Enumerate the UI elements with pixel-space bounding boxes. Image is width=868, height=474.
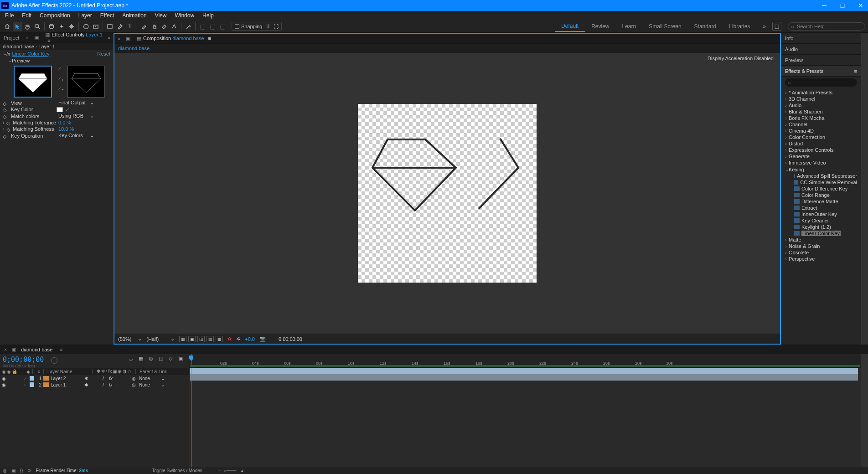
caret-right-icon[interactable]: ›	[24, 382, 28, 387]
parent-dropdown[interactable]: None⌄	[138, 382, 166, 387]
preview-panel-header[interactable]: Preview	[781, 55, 861, 66]
zoom-dropdown[interactable]: (50%)⌄	[118, 336, 142, 342]
fx-badge-icon[interactable]: fx	[6, 51, 10, 57]
graph-editor-icon[interactable]: ◫	[159, 356, 166, 363]
ep-category[interactable]: ›Distort	[783, 140, 859, 147]
menu-edit[interactable]: Edit	[18, 11, 36, 20]
caret-right-icon[interactable]: ›	[24, 376, 28, 381]
share-icon[interactable]: □	[772, 22, 781, 31]
selection-tool-icon[interactable]	[13, 22, 22, 31]
snapshot-icon[interactable]: 📷	[259, 336, 266, 342]
zoom-slider[interactable]: ○───	[224, 468, 236, 473]
stopwatch-icon[interactable]: ◇	[6, 127, 11, 131]
text-tool-icon[interactable]: T	[125, 22, 134, 31]
puppet-tool-icon[interactable]	[184, 22, 193, 31]
ep-category[interactable]: ›Generate	[783, 153, 859, 160]
maximize-button[interactable]: □	[838, 2, 847, 9]
timeline-layer-row[interactable]: ◉ › 2 Layer 1 ✱/fx ◎ None⌄	[0, 381, 189, 388]
ep-effect-item[interactable]: CC Simple Wire Removal	[783, 179, 859, 185]
prop-view-dropdown[interactable]: Final Output⌄	[57, 100, 96, 106]
layer-name[interactable]: Layer 1	[51, 382, 83, 387]
lock-col-icon[interactable]: 🔒	[12, 369, 17, 374]
timeline-layers-area[interactable]	[189, 368, 861, 467]
effect-name[interactable]: Linear Color Key	[12, 51, 50, 57]
panel-close-icon[interactable]: ×	[25, 35, 30, 41]
menu-layer[interactable]: Layer	[74, 11, 96, 20]
ep-category[interactable]: ›3D Channel	[783, 96, 859, 102]
motion-blur-icon[interactable]: ◍	[149, 356, 156, 363]
project-tab[interactable]: Project	[2, 34, 21, 41]
color-mgmt-icon[interactable]: ✿	[227, 336, 232, 342]
stopwatch-icon[interactable]: ◇	[3, 107, 7, 112]
draft3d-icon[interactable]: ◇	[169, 356, 176, 363]
layer-bar[interactable]	[190, 374, 858, 381]
panel-lock-icon[interactable]: ▣	[125, 36, 131, 41]
pen-tool-icon[interactable]	[115, 22, 124, 31]
menu-animation[interactable]: Animation	[118, 11, 150, 20]
timeline-search-icon[interactable]	[51, 357, 57, 364]
minimize-button[interactable]: ─	[820, 2, 829, 9]
ep-effect-item-selected[interactable]: Linear Color Key	[783, 230, 859, 237]
switches-col-header[interactable]: ✱✲⧵fx▣◉◑◇	[92, 369, 136, 374]
panel-close-icon[interactable]: ×	[116, 36, 122, 41]
ep-category[interactable]: ›Boris FX Mocha	[783, 115, 859, 121]
prop-match-dropdown[interactable]: Using RGB⌄	[57, 113, 96, 119]
toggle-mask-icon[interactable]: ▣	[188, 336, 196, 342]
region-interest-icon[interactable]: ◫	[197, 336, 205, 342]
menu-composition[interactable]: Composition	[36, 11, 74, 20]
timeline-scrollbar[interactable]	[861, 354, 868, 467]
workspace-more-icon[interactable]: »	[756, 21, 772, 31]
solo-col-icon[interactable]: ◉	[7, 369, 11, 374]
eyedropper-inline-icon[interactable]: ⟋	[65, 107, 70, 112]
eyedropper-add-icon[interactable]: ⟋₊	[57, 76, 65, 82]
toggle-transparency-icon[interactable]: ▦	[179, 336, 186, 342]
label-color-icon[interactable]	[30, 382, 34, 387]
footer-timecode[interactable]: 0;00;00;00	[279, 336, 302, 342]
av-col-icon[interactable]: ◉	[2, 369, 6, 374]
panel-menu-icon[interactable]: ≡	[208, 36, 211, 41]
ep-effect-item[interactable]: Advanced Spill Suppressor	[783, 173, 859, 179]
ep-category[interactable]: ›Immersive Video	[783, 160, 859, 166]
composition-canvas[interactable]	[358, 104, 537, 283]
effect-header-row[interactable]: ⌄ fx Linear Color Key Reset	[0, 50, 113, 57]
zoom-out-icon[interactable]: –◦	[216, 468, 220, 473]
menu-view[interactable]: View	[151, 11, 171, 20]
effect-controls-tab[interactable]: ▦ Effect Controls Layer 1 ≡	[43, 31, 111, 44]
zoom-tool-icon[interactable]	[33, 22, 42, 31]
ep-category[interactable]: ›* Animation Presets	[783, 89, 859, 96]
effects-presets-header[interactable]: Effects & Presets ≡	[781, 66, 861, 77]
ep-category[interactable]: ›Cinema 4D	[783, 128, 859, 134]
ep-category[interactable]: ›Matte	[783, 237, 859, 243]
workspace-libraries[interactable]: Libraries	[723, 21, 756, 31]
rotation-tool-icon[interactable]	[81, 22, 90, 31]
ep-effect-item[interactable]: Inner/Outer Key	[783, 211, 859, 217]
caret-down-icon[interactable]: ⌄	[3, 51, 6, 57]
parent-pickwhip-icon[interactable]: ◎	[132, 382, 136, 387]
anchor-tool-icon[interactable]	[91, 22, 100, 31]
ep-effect-item[interactable]: Difference Matte	[783, 198, 859, 205]
menu-file[interactable]: File	[1, 11, 18, 20]
audio-panel-header[interactable]: Audio	[781, 44, 861, 55]
ep-category[interactable]: ›Perspective	[783, 256, 859, 262]
visibility-toggle-icon[interactable]: ◉	[2, 376, 6, 381]
roto-tool-icon[interactable]	[170, 22, 179, 31]
preview-thumb-keyed[interactable]	[67, 66, 105, 98]
prop-tol-value[interactable]: 0.0 %	[58, 120, 71, 125]
timeline-timecode[interactable]: 0;00;00;00	[3, 356, 44, 364]
layer-name[interactable]: Layer 2	[51, 376, 83, 381]
workspace-standard[interactable]: Standard	[688, 21, 723, 31]
zoom-in-icon[interactable]: ▲	[240, 468, 244, 473]
caret-right-icon[interactable]: ›	[3, 126, 6, 132]
timeline-layer-row[interactable]: ◉ › 1 Layer 2 ✱/fx ◎ None⌄	[0, 375, 189, 381]
brush-tool-icon[interactable]	[140, 22, 149, 31]
preview-thumb-original[interactable]	[14, 66, 52, 98]
eyedropper-sub-icon[interactable]: ⟋₋	[57, 86, 65, 92]
ep-effect-item[interactable]: Keylight (1.2)	[783, 224, 859, 230]
panel-menu-icon[interactable]: ≡	[47, 38, 50, 43]
menu-window[interactable]: Window	[170, 11, 198, 20]
snapping-crop-icon[interactable]: ⛶	[274, 24, 279, 29]
caret-down-icon[interactable]: ⌄	[8, 57, 12, 63]
stopwatch-icon[interactable]: ◇	[3, 134, 7, 138]
camera-tool-icon[interactable]	[67, 22, 76, 31]
stopwatch-icon[interactable]: ◇	[6, 120, 11, 125]
